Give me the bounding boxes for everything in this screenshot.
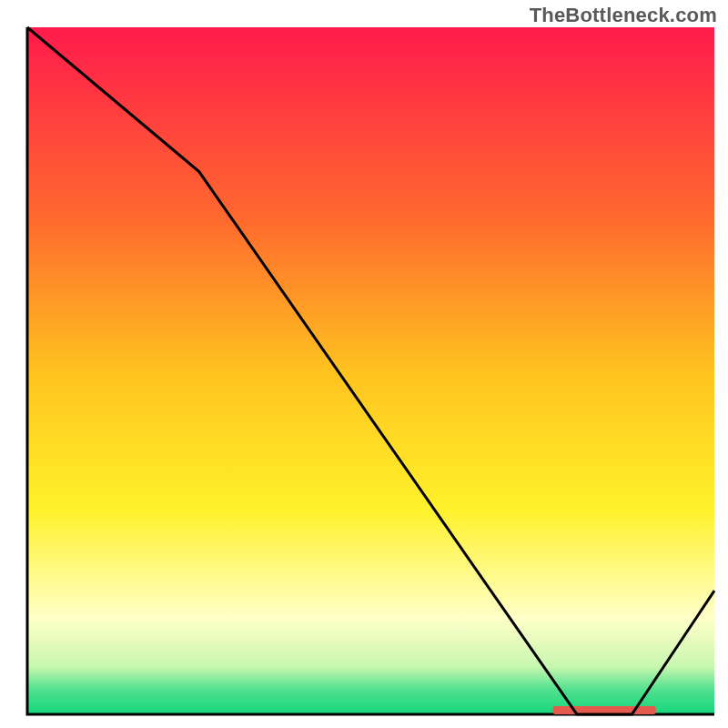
watermark-text: TheBottleneck.com xyxy=(530,4,717,27)
chart-svg xyxy=(0,0,728,728)
bottleneck-chart: TheBottleneck.com xyxy=(0,0,728,728)
chart-background xyxy=(27,27,714,714)
